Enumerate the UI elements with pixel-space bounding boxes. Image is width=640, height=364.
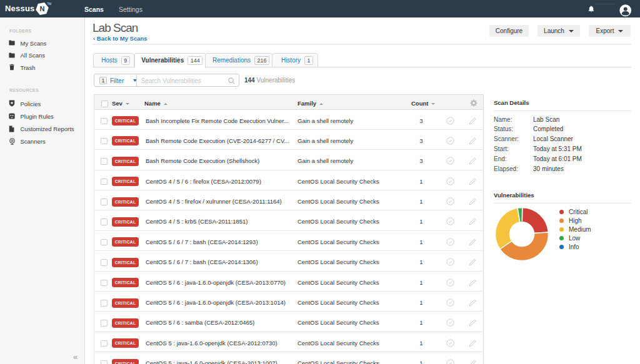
svg-text:N: N: [39, 5, 44, 12]
